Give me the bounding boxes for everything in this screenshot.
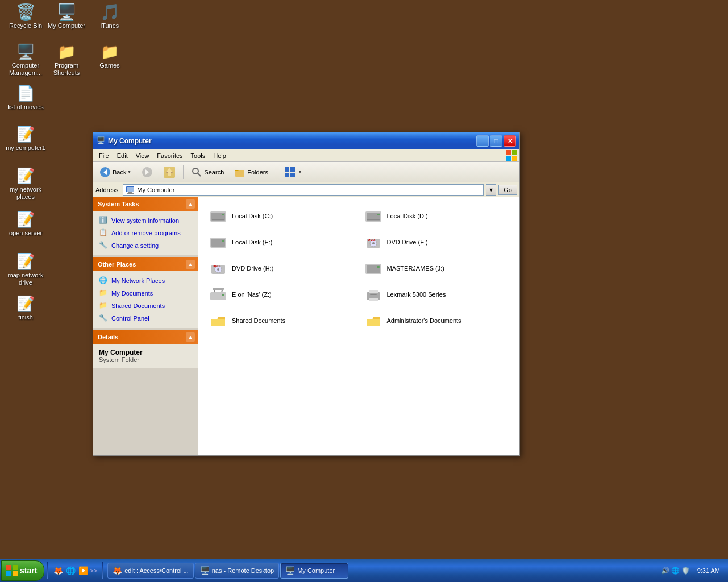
folders-button[interactable]: Folders: [230, 164, 272, 180]
taskbar-edit-access[interactable]: 🦊 edit : Access\Control ...: [107, 563, 194, 579]
dvd-drive-f[interactable]: DVD DVD Drive (F:): [359, 229, 514, 255]
change-setting-icon: 🔧: [99, 241, 108, 250]
local-disk-c[interactable]: Local Disk (C:): [204, 203, 359, 229]
e-on-nas-z[interactable]: E on 'Nas' (Z:): [204, 281, 359, 307]
shared-documents-link[interactable]: 📁 Shared Documents: [93, 300, 198, 312]
computer-management-icon[interactable]: 🖥️ Computer Managem...: [6, 43, 45, 77]
systray-sound-icon[interactable]: 🔊: [661, 566, 670, 575]
search-button[interactable]: Search: [187, 164, 228, 180]
other-places-header[interactable]: Other Places ▲: [93, 257, 198, 271]
my-computer-desktop-icon[interactable]: 🖥️ My Computer: [47, 3, 86, 30]
masterjames-j-icon: [364, 259, 382, 277]
menu-favorites[interactable]: Favorites: [153, 151, 186, 160]
masterjames-j-label: MASTERJAMES (J:): [387, 265, 444, 272]
my-computer-taskbar-label: My Computer: [297, 567, 335, 574]
change-setting-link[interactable]: 🔧 Change a setting: [93, 239, 198, 252]
close-button[interactable]: ✕: [504, 135, 516, 147]
my-documents-link[interactable]: 📁 My Documents: [93, 287, 198, 300]
view-system-info-link[interactable]: ℹ️ View system information: [93, 214, 198, 227]
svg-rect-21: [127, 187, 134, 192]
finish-label: finish: [18, 314, 33, 321]
shared-docs-icon: 📁: [99, 301, 108, 310]
address-value: My Computer: [137, 186, 174, 193]
masterjames-j[interactable]: MASTERJAMES (J:): [359, 255, 514, 281]
local-disk-d[interactable]: Local Disk (D:): [359, 203, 514, 229]
edit-access-icon: 🦊: [113, 566, 122, 575]
local-disk-c-label: Local Disk (C:): [232, 213, 273, 219]
my-network-places-desktop-icon[interactable]: 📝 my network places: [6, 167, 45, 201]
svg-rect-50: [222, 294, 224, 296]
open-server-icon[interactable]: 📝 open server: [6, 210, 45, 237]
address-computer-icon: [126, 185, 135, 194]
dvd-drive-h[interactable]: DVD DVD Drive (H:): [204, 255, 359, 281]
quick-media-icon[interactable]: ▶️: [77, 565, 89, 576]
details-header[interactable]: Details ▲: [93, 330, 198, 344]
back-dropdown-icon[interactable]: ▼: [127, 169, 131, 174]
systray-network-icon[interactable]: 🌐: [671, 566, 680, 575]
admin-documents[interactable]: Administrator's Documents: [359, 307, 514, 334]
svg-point-40: [217, 268, 219, 271]
system-tasks-header[interactable]: System Tasks ▲: [93, 197, 198, 211]
svg-rect-46: [210, 292, 226, 300]
systray-security-icon[interactable]: 🛡️: [681, 566, 690, 575]
map-network-drive-icon[interactable]: 📝 map network drive: [6, 252, 45, 286]
finish-icon[interactable]: 📝 finish: [6, 294, 45, 321]
address-go-button[interactable]: Go: [498, 185, 517, 195]
shared-documents-icon: [209, 311, 227, 330]
svg-rect-28: [367, 219, 380, 220]
address-input[interactable]: My Computer: [123, 184, 484, 196]
svg-rect-0: [506, 150, 511, 155]
address-dropdown[interactable]: ▼: [486, 184, 496, 196]
local-disk-e[interactable]: Local Disk (E:): [204, 229, 359, 255]
lexmark-icon: [364, 285, 382, 304]
other-places-label: Other Places: [98, 261, 136, 268]
start-button[interactable]: start: [1, 560, 44, 581]
svg-text:DVD: DVD: [368, 238, 375, 242]
start-logo: [6, 565, 18, 576]
lexmark-printer[interactable]: Lexmark 5300 Series: [359, 281, 514, 307]
itunes-icon[interactable]: 🎵 iTunes: [90, 3, 130, 30]
menu-tools[interactable]: Tools: [188, 151, 209, 160]
address-label: Address: [95, 186, 118, 193]
program-shortcuts-icon[interactable]: 📁 Program Shortcuts: [47, 43, 86, 77]
my-network-places-link[interactable]: 🌐 My Network Places: [93, 275, 198, 287]
games-icon[interactable]: 📁 Games: [90, 43, 130, 69]
list-of-movies-icon[interactable]: 📄 list of movies: [6, 84, 45, 111]
my-computer1-icon[interactable]: 📝 my computer1: [6, 125, 45, 152]
svg-rect-56: [367, 319, 380, 326]
minimize-button[interactable]: _: [476, 135, 489, 147]
show-desktop-arrows[interactable]: >>: [90, 567, 97, 574]
taskbar-nas-remote[interactable]: 🖥️ nas - Remote Desktop: [195, 563, 279, 579]
svg-rect-15: [290, 167, 295, 172]
menu-edit[interactable]: Edit: [114, 151, 131, 160]
svg-rect-2: [506, 156, 511, 161]
quick-ie-icon[interactable]: 🌐: [65, 565, 76, 576]
views-button[interactable]: ▼: [280, 164, 306, 181]
local-disk-d-label: Local Disk (D:): [387, 213, 428, 219]
back-button[interactable]: Back ▼: [95, 164, 135, 180]
maximize-button[interactable]: □: [490, 135, 502, 147]
menu-view[interactable]: View: [132, 151, 153, 160]
taskbar-my-computer[interactable]: 🖥️ My Computer: [280, 563, 348, 579]
menu-file[interactable]: File: [95, 151, 113, 160]
taskbar-clock: 9:31 AM: [692, 567, 726, 575]
details-title: My Computer: [99, 348, 193, 356]
svg-rect-60: [13, 571, 18, 576]
shared-documents[interactable]: Shared Documents: [204, 307, 359, 334]
itunes-label: iTunes: [101, 22, 119, 30]
other-places-collapse[interactable]: ▲: [186, 260, 195, 269]
svg-rect-14: [285, 167, 289, 172]
recycle-bin-icon[interactable]: 🗑️ Recycle Bin: [6, 3, 45, 30]
views-dropdown[interactable]: ▼: [298, 169, 302, 174]
forward-button[interactable]: [138, 164, 157, 180]
quick-firefox-icon[interactable]: 🦊: [52, 565, 64, 576]
control-panel-link-label: Control Panel: [111, 315, 149, 322]
menu-help[interactable]: Help: [210, 151, 230, 160]
local-disk-e-icon: [209, 233, 227, 251]
up-button[interactable]: [159, 164, 180, 181]
dvd-drive-f-label: DVD Drive (F:): [387, 239, 428, 246]
add-remove-programs-link[interactable]: 📋 Add or remove programs: [93, 227, 198, 239]
system-tasks-collapse[interactable]: ▲: [186, 199, 195, 209]
control-panel-link[interactable]: 🔧 Control Panel: [93, 312, 198, 325]
details-collapse[interactable]: ▲: [186, 332, 195, 342]
